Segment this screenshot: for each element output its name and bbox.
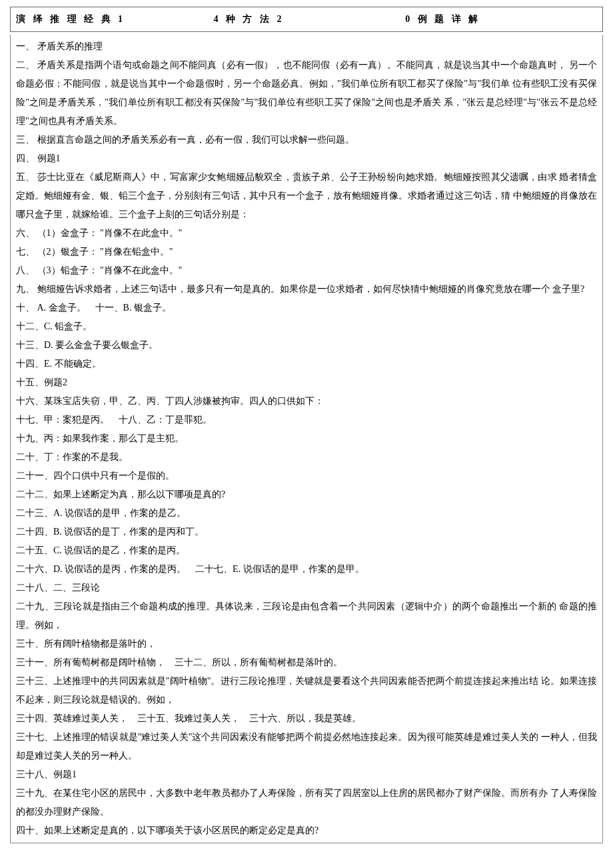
- paragraph-line: 二十一、四个口供中只有一个是假的。: [16, 467, 597, 485]
- title-col-3: 0 例 题 详 解: [405, 10, 597, 29]
- paragraph-line: 四、 例题1: [16, 149, 597, 168]
- paragraph-line: 三十七、上述推理的错误就是"难过美人关"这个共同因素没有能够把两个前提必然地连接…: [16, 728, 597, 765]
- paragraph-line: 十、 A. 金盒子。 十一、B. 银盒子。: [16, 299, 597, 317]
- paragraph-line: 六、 （1）金盒子： "肖像不在此盒中。": [16, 224, 597, 243]
- paragraph-line: 十五、例题2: [16, 373, 597, 392]
- paragraph-line: 三、 根据直言命题之间的矛盾关系必有一真，必有一假，我们可以求解一些问题。: [16, 131, 597, 149]
- paragraph-line: 九、 鲍细娅告诉求婚者，上述三句话中，最多只有一句是真的。如果你是一位求婚者，如…: [16, 280, 597, 299]
- paragraph-line: 十二、C. 铅盒子。: [16, 317, 597, 336]
- paragraph-line: 二、 矛盾关系是指两个语句或命题之间不能同真（必有一假），也不能同假（必有一真）…: [16, 56, 597, 131]
- title-col-1: 演 绎 推 理 经 典 1: [16, 10, 213, 29]
- paragraph-line: 三十四、英雄难过美人关， 三十五、我难过美人关， 三十六、所以，我是英雄。: [16, 709, 597, 728]
- document-body: 一、 矛盾关系的推理二、 矛盾关系是指两个语句或命题之间不能同真（必有一假），也…: [10, 35, 603, 843]
- paragraph-line: 七、 （2）银盒子： "肖像在铅盒中。": [16, 243, 597, 261]
- paragraph-line: 三十、所有阔叶植物都是落叶的，: [16, 635, 597, 653]
- paragraph-line: 二十八、二、三段论: [16, 579, 597, 597]
- paragraph-line: 十三、D. 要么金盒子要么银盒子。: [16, 336, 597, 355]
- paragraph-line: 四十、如果上述断定是真的，以下哪项关于该小区居民的断定必定是真的?: [16, 821, 597, 840]
- paragraph-line: 二十五、C. 说假话的是乙，作案的是丙。: [16, 541, 597, 560]
- paragraph-line: 三十八、例题1: [16, 765, 597, 784]
- paragraph-line: 十四、E. 不能确定。: [16, 355, 597, 373]
- paragraph-line: 五、 莎士比亚在《威尼斯商人》中，写富家少女鲍细娅品貌双全，贵族子弟、公子王孙纷…: [16, 168, 597, 224]
- paragraph-line: 二十四、B. 说假话的是丁，作案的是丙和丁。: [16, 523, 597, 541]
- paragraph-line: 三十九、在某住宅小区的居民中，大多数中老年教员都办了人寿保险，所有买了四居室以上…: [16, 784, 597, 821]
- title-col-2: 4 种 方 法 2: [213, 10, 405, 29]
- paragraph-line: 三十三、上述推理中的共同因素就是"阔叶植物"。进行三段论推理，关键就是要看这个共…: [16, 672, 597, 709]
- paragraph-line: 十六、某珠宝店失窃，甲、乙、丙、丁四人涉嫌被拘审。四人的口供如下：: [16, 392, 597, 411]
- paragraph-line: 二十六、D. 说假话的是丙，作案的是丙。 二十七、E. 说假话的是甲，作案的是甲…: [16, 560, 597, 579]
- paragraph-line: 十九、丙：如果我作案，那么丁是主犯。: [16, 429, 597, 448]
- paragraph-line: 二十、丁：作案的不是我。: [16, 448, 597, 467]
- paragraph-line: 十七、甲：案犯是丙。 十八、乙：丁是罪犯。: [16, 411, 597, 429]
- paragraph-line: 二十二、如果上述断定为真，那么以下哪项是真的?: [16, 485, 597, 504]
- paragraph-line: 一、 矛盾关系的推理: [16, 37, 597, 56]
- paragraph-line: 二十三、A. 说假话的是甲，作案的是乙。: [16, 504, 597, 523]
- paragraph-line: 二十九、三段论就是指由三个命题构成的推理。具体说来，三段论是由包含着一个共同因素…: [16, 597, 597, 635]
- paragraph-line: 八、 （3）铅盒子： "肖像不在此盒中。": [16, 261, 597, 280]
- paragraph-line: 三十一、所有葡萄树都是阔叶植物， 三十二、所以，所有葡萄树都是落叶的。: [16, 653, 597, 672]
- document-title-row: 演 绎 推 理 经 典 1 4 种 方 法 2 0 例 题 详 解: [10, 7, 603, 32]
